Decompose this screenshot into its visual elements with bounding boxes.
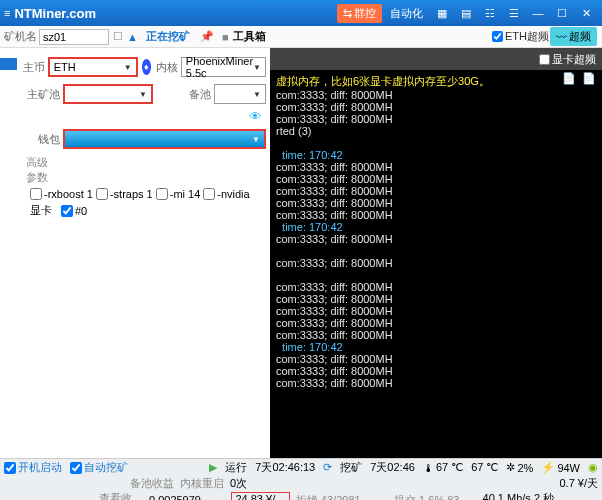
advanced-label: 高级 参数 xyxy=(26,155,266,185)
footer: 开机启动 自动挖矿 ▶ 运行7天02:46:13 ⟳ 挖矿7天02:46 🌡67… xyxy=(0,458,602,500)
minimize-button[interactable]: — xyxy=(526,7,550,19)
mining-icon: ▲ xyxy=(127,31,138,43)
boot-check[interactable] xyxy=(4,462,16,474)
temp-icon: 🌡 xyxy=(423,462,434,474)
toolbox-bar: 显卡超频 xyxy=(270,48,602,70)
auto-button[interactable]: 自动化 xyxy=(384,4,429,23)
chart-icon[interactable]: ☷ xyxy=(479,5,501,22)
wallet-select[interactable]: ▼ xyxy=(63,129,266,149)
left-panel: 开始挖矿 主币 ETH▼ ♦ 内核 PhoenixMiner 5.5c▼ 主矿池… xyxy=(0,48,270,458)
close-button[interactable]: ✕ xyxy=(574,7,598,20)
nvidia-icon: ◉ xyxy=(588,461,598,474)
pin-icon[interactable]: 📌 xyxy=(200,30,214,43)
qunkong-button[interactable]: ⇆群控 xyxy=(337,4,382,23)
copy-icon[interactable]: 📄 xyxy=(562,72,576,85)
single-oc-check[interactable] xyxy=(539,54,550,65)
maximize-button[interactable]: ☐ xyxy=(550,7,574,20)
mi-check[interactable] xyxy=(156,188,168,200)
settings-icon[interactable]: ☰ xyxy=(503,5,525,22)
app-logo: NTMiner.com xyxy=(14,6,96,21)
power-icon: ⚡ xyxy=(541,461,555,474)
coin-select[interactable]: ETH▼ xyxy=(48,57,138,77)
eth-icon: ♦ xyxy=(142,59,152,75)
machine-input[interactable] xyxy=(39,29,109,45)
doc-icon[interactable]: 📄 xyxy=(582,72,596,85)
console[interactable]: 📄📄 虚拟内存，比如6张显卡虚拟内存至少30G。 com:3333; diff:… xyxy=(270,70,602,458)
refresh-icon[interactable]: ⟳ xyxy=(323,461,332,474)
eye-icon[interactable]: 👁 xyxy=(249,109,262,124)
eth-oc-check[interactable] xyxy=(492,31,503,42)
play-icon: ▶ xyxy=(209,461,217,474)
console-warning: 虚拟内存，比如6张显卡虚拟内存至少30G。 xyxy=(276,74,596,89)
stop-icon[interactable]: ■ xyxy=(222,31,229,43)
toolbox-label: 工具箱 xyxy=(233,29,266,44)
oc-button[interactable]: 〰超频 xyxy=(550,27,597,46)
fan-icon: ✲ xyxy=(506,461,515,474)
config-row: 矿机名 ☐ ▲ 正在挖矿 📌 ■ 工具箱 ETH超频 〰超频 xyxy=(0,26,602,48)
kernel-select[interactable]: PhoenixMiner 5.5c▼ xyxy=(181,57,266,77)
machine-label: 矿机名 xyxy=(4,29,37,44)
titlebar: ≡ NTMiner.com ⇆群控 自动化 ▦ ▤ ☷ ☰ — ☐ ✕ xyxy=(0,0,602,26)
gpu0-check[interactable] xyxy=(61,205,73,217)
rxboost-check[interactable] xyxy=(30,188,42,200)
mining-status: 正在挖矿 xyxy=(146,29,190,44)
income-cny: 24.83 ¥/天 xyxy=(231,492,289,501)
pool2-select[interactable]: ▼ xyxy=(214,84,266,104)
list-icon[interactable]: ▤ xyxy=(455,5,477,22)
sidebar-tab[interactable]: 开始挖矿 xyxy=(0,58,17,70)
automine-check[interactable] xyxy=(70,462,82,474)
grid-icon[interactable]: ▦ xyxy=(431,5,453,22)
square-icon[interactable]: ☐ xyxy=(113,30,123,43)
nvidia-check[interactable] xyxy=(203,188,215,200)
pool-select[interactable]: ▼ xyxy=(63,84,153,104)
straps-check[interactable] xyxy=(96,188,108,200)
menu-icon[interactable]: ≡ xyxy=(4,7,10,19)
